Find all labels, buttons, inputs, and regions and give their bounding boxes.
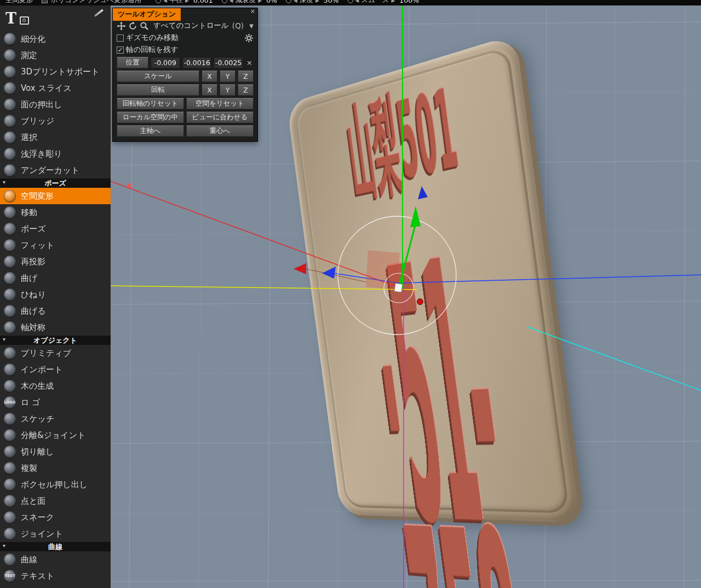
sidebar-item[interactable]: 曲げ xyxy=(0,270,111,286)
stepper-decrease-icon[interactable]: ◀ xyxy=(163,0,167,3)
cyan-axis-line[interactable] xyxy=(527,327,701,390)
stepper-increase-icon[interactable]: ▶ xyxy=(315,0,319,3)
sidebar-item[interactable]: ひねり xyxy=(0,286,111,303)
param-value[interactable]: 0.001 xyxy=(193,0,213,4)
zoom-control-icon[interactable] xyxy=(140,21,149,31)
sidebar-item[interactable]: 軸対称 xyxy=(0,319,111,336)
panel-title-tab[interactable]: ツールオプション xyxy=(113,8,181,21)
rotate-control-icon[interactable] xyxy=(128,21,137,31)
sidebar-item[interactable]: 曲線 xyxy=(0,551,111,568)
sidebar-item[interactable]: 面の押出し xyxy=(0,96,111,113)
stepper-increase-icon[interactable]: ▶ xyxy=(185,0,189,3)
viewport-3d[interactable]: 山梨501 ·51-758 xyxy=(111,5,701,588)
sidebar-item[interactable]: インポート xyxy=(0,361,111,378)
sidebar-item[interactable]: 測定 xyxy=(0,47,111,64)
local-space-button[interactable]: ローカル空間の中 xyxy=(117,112,184,123)
x-axis-line[interactable] xyxy=(111,181,399,287)
sidebar-item[interactable]: 複製 xyxy=(0,460,111,476)
control-mode-label[interactable]: すべてのコントロール xyxy=(153,21,229,31)
gear-icon[interactable] xyxy=(244,33,254,43)
gizmo-red-cone[interactable] xyxy=(294,263,306,274)
stepper-decrease-icon[interactable]: ◀ xyxy=(229,0,233,3)
gizmo-only-checkbox[interactable] xyxy=(117,34,124,42)
apply-deform-button[interactable]: ポリゴンメッシュへ変形適用 xyxy=(51,0,141,5)
sidebar-item[interactable]: 切り離し xyxy=(0,443,111,460)
sidebar-item[interactable]: 再投影 xyxy=(0,253,111,270)
rotation-button[interactable]: 回転 xyxy=(117,84,199,96)
gizmo-plane-highlight[interactable] xyxy=(366,250,400,290)
sidebar-section-header[interactable]: ▾ポーズ xyxy=(0,178,111,188)
sidebar-item[interactable]: スケッチ xyxy=(0,411,111,427)
clear-position-icon[interactable]: × xyxy=(245,59,254,67)
sidebar-item[interactable]: ジョイント xyxy=(0,526,111,542)
sidebar-item[interactable]: スネーク xyxy=(0,509,111,526)
sidebar-item[interactable]: 選択 xyxy=(0,129,111,146)
sidebar-item[interactable]: TEXTテキスト xyxy=(0,568,111,584)
gizmo-only-label[interactable]: ギズモのみ移動 xyxy=(126,33,179,43)
gizmo-blue-cone[interactable] xyxy=(322,267,336,279)
scale-z-button[interactable]: Z xyxy=(238,71,254,82)
keep-axis-rotation-label[interactable]: 軸の回転を残す xyxy=(126,45,178,55)
vox-slice-icon xyxy=(4,82,16,94)
gizmo-center-handle[interactable] xyxy=(394,283,403,292)
sidebar-item[interactable]: Vox スライス xyxy=(0,80,111,96)
stepper-increase-icon[interactable]: ▶ xyxy=(391,0,395,3)
position-y-field[interactable]: -0.0016 xyxy=(182,57,212,68)
sidebar-section-header[interactable]: ▾曲線 xyxy=(0,542,111,551)
param-value[interactable]: 0% xyxy=(266,0,277,4)
sidebar-item[interactable]: アンダーカット xyxy=(0,162,111,178)
param-value[interactable]: 50% xyxy=(324,0,339,4)
position-button[interactable]: 位置 xyxy=(117,57,148,68)
position-x-field[interactable]: -0.009 xyxy=(151,57,180,68)
sidebar-item[interactable]: LOGOロ ゴ xyxy=(0,394,111,411)
to-main-axis-button[interactable]: 主軸へ xyxy=(117,125,184,137)
camera-preview-icon[interactable] xyxy=(20,16,29,25)
rotation-y-button[interactable]: Y xyxy=(220,84,235,96)
param-value[interactable]: 100% xyxy=(399,0,419,4)
sidebar-item[interactable]: 空間変形 xyxy=(0,188,111,204)
sidebar-item[interactable]: ボクセル押し出し xyxy=(0,476,111,493)
sidebar-item[interactable]: 3Dプリントサポート xyxy=(0,64,111,80)
reset-rotation-axis-button[interactable]: 回転軸のリセット xyxy=(117,98,184,109)
sidebar-section-header[interactable]: ▾オブジェクト xyxy=(0,336,111,345)
reset-space-button[interactable]: 空間をリセット xyxy=(186,98,254,109)
sidebar-item-label: 3Dプリントサポート xyxy=(21,67,100,77)
move-control-icon[interactable] xyxy=(117,21,126,31)
gizmo-x-handle[interactable] xyxy=(306,269,366,282)
scale-x-button[interactable]: X xyxy=(202,71,217,82)
sidebar-item[interactable]: 曲げる xyxy=(0,303,111,319)
sidebar-item[interactable]: プリミティブ xyxy=(0,345,111,361)
sidebar-item[interactable]: 移動 xyxy=(0,204,111,221)
sidebar-item[interactable]: 細分化 xyxy=(0,31,111,47)
sidebar-item[interactable]: 浅浮き彫り xyxy=(0,146,111,162)
sidebar-item[interactable]: 点と面 xyxy=(0,493,111,509)
gizmo-red-dot[interactable] xyxy=(417,299,423,305)
gizmo-green-handle[interactable] xyxy=(399,226,415,288)
gizmo-blue-top-cone[interactable] xyxy=(418,186,428,199)
chevron-down-icon[interactable]: ▼ xyxy=(249,23,254,29)
section-header-label: ポーズ xyxy=(44,178,66,188)
sidebar-item[interactable]: フィット xyxy=(0,237,111,253)
position-z-field[interactable]: -0.0025 xyxy=(214,57,243,68)
stepper-increase-icon[interactable]: ▶ xyxy=(258,0,262,3)
scale-y-button[interactable]: Y xyxy=(220,71,235,82)
stepper-decrease-icon[interactable]: ◀ xyxy=(294,0,297,3)
close-icon[interactable]: × xyxy=(250,8,255,14)
sidebar-item[interactable]: ポーズ xyxy=(0,221,111,237)
sidebar-item[interactable]: ブリッジ xyxy=(0,113,111,129)
sidebar-item[interactable]: 木の生成 xyxy=(0,378,111,394)
rotation-x-button[interactable]: X xyxy=(202,84,217,96)
text-tool-icon[interactable]: T xyxy=(5,10,16,27)
scale-button[interactable]: スケール xyxy=(117,71,199,82)
gizmo-green-cone[interactable] xyxy=(410,206,421,227)
rotation-z-button[interactable]: Z xyxy=(238,84,254,96)
pose-icon xyxy=(4,223,16,235)
keep-axis-rotation-checkbox[interactable]: ✓ xyxy=(117,47,124,54)
sidebar-item[interactable]: 分離&ジョイント xyxy=(0,427,111,443)
pen-icon[interactable] xyxy=(94,9,104,17)
z-axis-line[interactable] xyxy=(399,275,701,283)
stepper-decrease-icon[interactable]: ◀ xyxy=(355,0,359,3)
smooth-icon xyxy=(348,0,353,3)
to-center-mass-button[interactable]: 重心へ xyxy=(186,125,254,137)
align-to-view-button[interactable]: ビューに合わせる xyxy=(186,112,254,123)
